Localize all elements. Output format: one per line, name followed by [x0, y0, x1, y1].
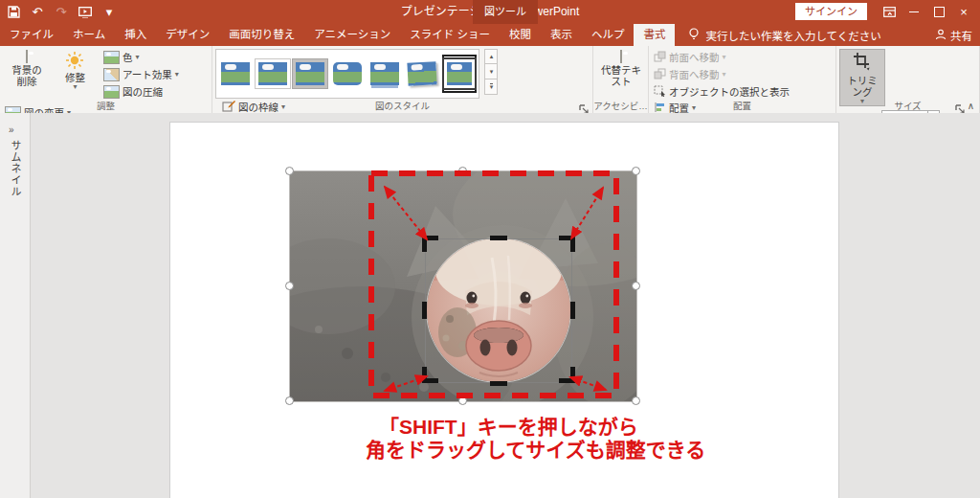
- annotation-text: 「SHIFT」キーを押しながら 角をドラッグしてサイズも調整できる: [366, 416, 705, 462]
- compress-picture-button[interactable]: 図の圧縮: [101, 83, 170, 100]
- expand-thumbnails-icon[interactable]: »: [9, 124, 14, 135]
- annotation-line2: 角をドラッグしてサイズも調整できる: [366, 439, 705, 462]
- tab-home[interactable]: ホーム: [63, 24, 115, 46]
- gallery-down-icon[interactable]: ▾: [484, 64, 498, 79]
- picture-style-thumb[interactable]: [293, 55, 327, 93]
- group-label-arrange: 配置: [649, 99, 835, 112]
- picture-style-thumb[interactable]: [256, 55, 290, 93]
- group-size: トリミング ▾ ↕ 高さ: ▴▾ ↔ 幅: ▴▾: [836, 46, 980, 113]
- tab-transitions[interactable]: 画面切り替え: [219, 24, 304, 46]
- group-label-accessibility: アクセシビ…: [593, 99, 648, 112]
- gallery-scroll-buttons: ▴ ▾ ▾: [484, 49, 498, 95]
- crop-handle-bottom[interactable]: [490, 381, 507, 386]
- group-label-size: サイズ: [836, 99, 979, 112]
- restore-button[interactable]: [926, 0, 951, 24]
- send-backward-icon: [654, 68, 666, 81]
- lightbulb-icon: [688, 28, 700, 43]
- picture-style-thumb[interactable]: [405, 55, 439, 93]
- crop-icon: [853, 52, 872, 73]
- group-adjust: 背景の 削除 修整 ▾ 色▾ アート効果▾ 図の圧縮 図の変更▾ 図のリセット▾…: [0, 46, 212, 113]
- selection-handle-bottom-right[interactable]: [632, 396, 640, 405]
- gallery-up-icon[interactable]: ▴: [484, 49, 498, 64]
- tab-design[interactable]: デザイン: [156, 24, 219, 46]
- annotation-line1: 「SHIFT」キーを押しながら: [366, 416, 705, 439]
- ribbon: 背景の 削除 修整 ▾ 色▾ アート効果▾ 図の圧縮 図の変更▾ 図のリセット▾…: [0, 46, 980, 114]
- thumbnail-pane-label: サムネイル: [8, 140, 23, 197]
- tellme-placeholder: 実行したい作業を入力してください: [705, 28, 880, 43]
- artistic-effects-icon: [103, 68, 120, 81]
- tab-insert[interactable]: 挿入: [115, 24, 156, 46]
- crop-handle-bottom-right[interactable]: [559, 367, 575, 383]
- group-arrange: 前面へ移動▾ 背面へ移動▾ オブジェクトの選択と表示 配置▾: [649, 46, 836, 113]
- bring-forward-icon: [654, 51, 666, 64]
- share-button[interactable]: 共有: [935, 24, 972, 46]
- selection-handle-bottom[interactable]: [458, 396, 467, 405]
- tab-format[interactable]: 書式: [634, 24, 675, 46]
- ribbon-display-options-icon[interactable]: [877, 0, 902, 24]
- picture-style-thumb[interactable]: [218, 55, 253, 93]
- alt-text-icon: [620, 51, 622, 62]
- alt-text-button[interactable]: 代替テキスト: [596, 49, 646, 104]
- window-controls: ×: [877, 0, 976, 24]
- crop-handle-left[interactable]: [422, 302, 427, 319]
- picture-style-thumb[interactable]: [330, 55, 365, 93]
- picture-style-thumb[interactable]: [368, 55, 402, 93]
- picture-style-thumb-selected[interactable]: [442, 55, 477, 93]
- selection-handle-top-left[interactable]: [285, 167, 294, 175]
- dropdown-icon: ▾: [73, 83, 77, 91]
- share-label: 共有: [950, 28, 972, 43]
- selection-handle-top[interactable]: [458, 167, 467, 175]
- color-button[interactable]: 色▾: [101, 49, 170, 65]
- tab-view[interactable]: 表示: [541, 24, 582, 46]
- selection-handle-bottom-left[interactable]: [285, 396, 294, 405]
- group-accessibility: 代替テキスト アクセシビ…: [593, 46, 649, 113]
- sun-icon: [65, 51, 84, 70]
- crop-handle-top-right[interactable]: [559, 236, 575, 252]
- tab-slideshow[interactable]: スライド ショー: [400, 24, 500, 46]
- remove-background-button[interactable]: 背景の 削除: [3, 49, 51, 104]
- crop-handle-right[interactable]: [570, 302, 575, 319]
- group-label-adjust: 調整: [0, 99, 212, 112]
- bring-forward-button: 前面へ移動▾: [652, 49, 770, 65]
- tellme-box[interactable]: 実行したい作業を入力してください: [675, 24, 880, 46]
- tab-review[interactable]: 校閲: [500, 24, 541, 46]
- crop-handle-top[interactable]: [490, 236, 507, 240]
- thumbnail-pane-collapsed[interactable]: » サムネイル: [0, 113, 31, 498]
- color-icon: [103, 51, 120, 64]
- ribbon-tab-row: ファイル ホーム 挿入 デザイン 画面切り替え アニメーション スライド ショー…: [0, 24, 980, 46]
- gallery-more-icon[interactable]: ▾: [484, 79, 498, 95]
- tab-help[interactable]: ヘルプ: [582, 24, 635, 46]
- tab-animations[interactable]: アニメーション: [304, 24, 400, 46]
- tab-file[interactable]: ファイル: [0, 24, 63, 46]
- crop-button[interactable]: トリミング ▾: [839, 49, 885, 106]
- group-picture-styles: ▴ ▾ ▾ 図の枠線▾ 図の効果▾ 図のレイアウト▾: [212, 46, 593, 113]
- signin-button[interactable]: サインイン: [795, 3, 867, 20]
- group-label-picture-styles: 図のスタイル: [212, 99, 592, 112]
- corrections-button[interactable]: 修整 ▾: [55, 49, 95, 104]
- powerpoint-window: ↶ ↷ ▾ プレゼンテーション1 - PowerPoint 図ツール サインイン…: [0, 0, 980, 498]
- person-icon: [935, 29, 947, 42]
- selection-handle-right[interactable]: [632, 282, 640, 290]
- close-button[interactable]: ×: [951, 0, 976, 24]
- minimize-button[interactable]: [902, 0, 926, 24]
- crop-handle-top-left[interactable]: [422, 236, 438, 252]
- crop-handle-bottom-left[interactable]: [422, 367, 438, 383]
- remove-background-icon: [26, 51, 28, 62]
- picture-tools-header: 図ツール: [473, 0, 538, 24]
- selection-pane-button[interactable]: オブジェクトの選択と表示: [652, 83, 770, 100]
- selection-pane-icon: [654, 85, 666, 99]
- send-backward-button: 背面へ移動▾: [652, 66, 770, 82]
- picture-style-gallery: [215, 49, 479, 99]
- selection-handle-top-right[interactable]: [632, 167, 640, 175]
- compress-picture-icon: [103, 85, 120, 99]
- selection-handle-left[interactable]: [285, 282, 294, 290]
- artistic-effects-button[interactable]: アート効果▾: [101, 66, 170, 82]
- collapse-ribbon-icon[interactable]: ∧: [968, 101, 974, 111]
- crop-rectangle[interactable]: [425, 238, 572, 383]
- title-bar: ↶ ↷ ▾ プレゼンテーション1 - PowerPoint 図ツール サインイン…: [0, 0, 980, 24]
